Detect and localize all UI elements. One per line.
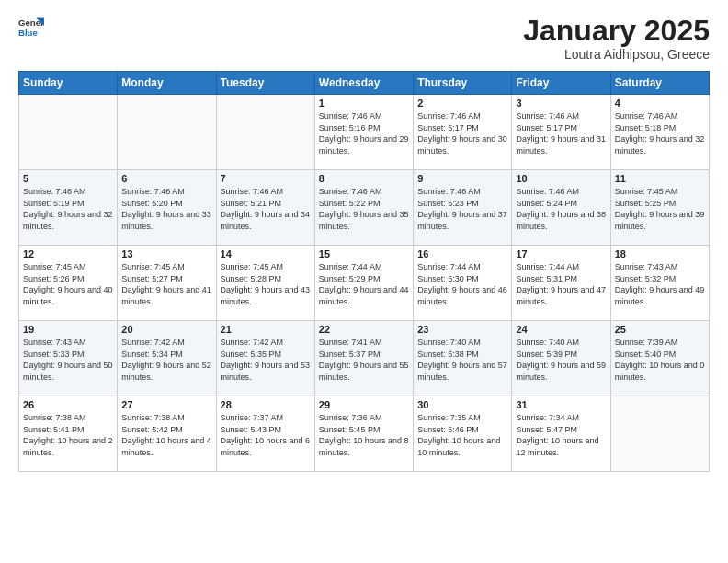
logo-icon: General Blue xyxy=(18,15,44,40)
day-info: Sunrise: 7:43 AM Sunset: 5:33 PM Dayligh… xyxy=(23,337,113,383)
day-number: 5 xyxy=(23,173,113,184)
day-info: Sunrise: 7:45 AM Sunset: 5:27 PM Dayligh… xyxy=(121,261,211,307)
day-info: Sunrise: 7:45 AM Sunset: 5:26 PM Dayligh… xyxy=(23,261,113,307)
day-info: Sunrise: 7:42 AM Sunset: 5:35 PM Dayligh… xyxy=(221,337,311,383)
header-tuesday: Tuesday xyxy=(216,72,314,95)
week-row-5: 26Sunrise: 7:38 AM Sunset: 5:41 PM Dayli… xyxy=(19,396,710,472)
day-info: Sunrise: 7:38 AM Sunset: 5:41 PM Dayligh… xyxy=(23,412,113,458)
cell-0-5: 3Sunrise: 7:46 AM Sunset: 5:17 PM Daylig… xyxy=(512,95,610,170)
cell-3-3: 22Sunrise: 7:41 AM Sunset: 5:37 PM Dayli… xyxy=(314,321,413,396)
day-number: 26 xyxy=(23,399,113,410)
header-friday: Friday xyxy=(512,72,610,95)
day-number: 16 xyxy=(417,248,507,259)
day-number: 10 xyxy=(516,173,606,184)
header-thursday: Thursday xyxy=(414,72,512,95)
day-info: Sunrise: 7:39 AM Sunset: 5:40 PM Dayligh… xyxy=(615,337,705,383)
cell-3-6: 25Sunrise: 7:39 AM Sunset: 5:40 PM Dayli… xyxy=(610,321,709,396)
day-number: 17 xyxy=(516,248,606,259)
week-row-3: 12Sunrise: 7:45 AM Sunset: 5:26 PM Dayli… xyxy=(19,246,710,321)
day-info: Sunrise: 7:46 AM Sunset: 5:20 PM Dayligh… xyxy=(121,186,211,232)
cell-4-6 xyxy=(610,396,709,472)
day-info: Sunrise: 7:40 AM Sunset: 5:39 PM Dayligh… xyxy=(516,337,606,383)
day-info: Sunrise: 7:36 AM Sunset: 5:45 PM Dayligh… xyxy=(319,412,409,458)
cell-4-4: 30Sunrise: 7:35 AM Sunset: 5:46 PM Dayli… xyxy=(414,396,512,472)
header-sunday: Sunday xyxy=(19,72,118,95)
calendar-table: Sunday Monday Tuesday Wednesday Thursday… xyxy=(18,71,710,472)
day-number: 3 xyxy=(516,98,606,109)
day-number: 8 xyxy=(319,173,409,184)
cell-2-3: 15Sunrise: 7:44 AM Sunset: 5:29 PM Dayli… xyxy=(314,246,413,321)
cell-2-2: 14Sunrise: 7:45 AM Sunset: 5:28 PM Dayli… xyxy=(216,246,314,321)
logo: General Blue xyxy=(18,15,44,40)
day-info: Sunrise: 7:43 AM Sunset: 5:32 PM Dayligh… xyxy=(615,261,705,307)
cell-3-1: 20Sunrise: 7:42 AM Sunset: 5:34 PM Dayli… xyxy=(118,321,216,396)
day-number: 24 xyxy=(516,324,606,335)
cell-0-0 xyxy=(19,95,118,170)
day-number: 18 xyxy=(615,248,705,259)
cell-2-5: 17Sunrise: 7:44 AM Sunset: 5:31 PM Dayli… xyxy=(512,246,610,321)
day-info: Sunrise: 7:45 AM Sunset: 5:28 PM Dayligh… xyxy=(221,261,311,307)
cell-1-3: 8Sunrise: 7:46 AM Sunset: 5:22 PM Daylig… xyxy=(314,170,413,246)
day-number: 28 xyxy=(221,399,311,410)
cell-0-2 xyxy=(216,95,314,170)
cell-4-0: 26Sunrise: 7:38 AM Sunset: 5:41 PM Dayli… xyxy=(19,396,118,472)
week-row-4: 19Sunrise: 7:43 AM Sunset: 5:33 PM Dayli… xyxy=(19,321,710,396)
cell-3-0: 19Sunrise: 7:43 AM Sunset: 5:33 PM Dayli… xyxy=(19,321,118,396)
day-info: Sunrise: 7:45 AM Sunset: 5:25 PM Dayligh… xyxy=(615,186,705,232)
cell-0-4: 2Sunrise: 7:46 AM Sunset: 5:17 PM Daylig… xyxy=(414,95,512,170)
cell-4-5: 31Sunrise: 7:34 AM Sunset: 5:47 PM Dayli… xyxy=(512,396,610,472)
day-number: 2 xyxy=(417,98,507,109)
cell-1-0: 5Sunrise: 7:46 AM Sunset: 5:19 PM Daylig… xyxy=(19,170,118,246)
day-info: Sunrise: 7:35 AM Sunset: 5:46 PM Dayligh… xyxy=(417,412,507,458)
cell-3-5: 24Sunrise: 7:40 AM Sunset: 5:39 PM Dayli… xyxy=(512,321,610,396)
header-monday: Monday xyxy=(118,72,216,95)
cell-0-3: 1Sunrise: 7:46 AM Sunset: 5:16 PM Daylig… xyxy=(314,95,413,170)
calendar-title: January 2025 xyxy=(523,15,710,47)
week-row-1: 1Sunrise: 7:46 AM Sunset: 5:16 PM Daylig… xyxy=(19,95,710,170)
cell-3-4: 23Sunrise: 7:40 AM Sunset: 5:38 PM Dayli… xyxy=(414,321,512,396)
cell-4-2: 28Sunrise: 7:37 AM Sunset: 5:43 PM Dayli… xyxy=(216,396,314,472)
cell-2-0: 12Sunrise: 7:45 AM Sunset: 5:26 PM Dayli… xyxy=(19,246,118,321)
day-info: Sunrise: 7:42 AM Sunset: 5:34 PM Dayligh… xyxy=(121,337,211,383)
day-info: Sunrise: 7:46 AM Sunset: 5:16 PM Dayligh… xyxy=(319,110,409,156)
day-info: Sunrise: 7:44 AM Sunset: 5:31 PM Dayligh… xyxy=(516,261,606,307)
day-number: 21 xyxy=(221,324,311,335)
title-block: January 2025 Loutra Aidhipsou, Greece xyxy=(523,15,710,62)
calendar-page: General Blue January 2025 Loutra Aidhips… xyxy=(0,0,728,563)
day-number: 20 xyxy=(121,324,211,335)
day-number: 15 xyxy=(319,248,409,259)
day-info: Sunrise: 7:40 AM Sunset: 5:38 PM Dayligh… xyxy=(417,337,507,383)
cell-1-4: 9Sunrise: 7:46 AM Sunset: 5:23 PM Daylig… xyxy=(414,170,512,246)
day-info: Sunrise: 7:41 AM Sunset: 5:37 PM Dayligh… xyxy=(319,337,409,383)
day-number: 29 xyxy=(319,399,409,410)
day-number: 23 xyxy=(417,324,507,335)
weekday-header-row: Sunday Monday Tuesday Wednesday Thursday… xyxy=(19,72,710,95)
day-number: 7 xyxy=(221,173,311,184)
cell-1-6: 11Sunrise: 7:45 AM Sunset: 5:25 PM Dayli… xyxy=(610,170,709,246)
cell-2-1: 13Sunrise: 7:45 AM Sunset: 5:27 PM Dayli… xyxy=(118,246,216,321)
svg-text:Blue: Blue xyxy=(18,28,38,38)
day-info: Sunrise: 7:46 AM Sunset: 5:23 PM Dayligh… xyxy=(417,186,507,232)
day-number: 27 xyxy=(121,399,211,410)
day-info: Sunrise: 7:46 AM Sunset: 5:17 PM Dayligh… xyxy=(417,110,507,156)
cell-3-2: 21Sunrise: 7:42 AM Sunset: 5:35 PM Dayli… xyxy=(216,321,314,396)
day-number: 12 xyxy=(23,248,113,259)
day-info: Sunrise: 7:46 AM Sunset: 5:22 PM Dayligh… xyxy=(319,186,409,232)
calendar-subtitle: Loutra Aidhipsou, Greece xyxy=(523,47,710,62)
cell-4-3: 29Sunrise: 7:36 AM Sunset: 5:45 PM Dayli… xyxy=(314,396,413,472)
day-info: Sunrise: 7:46 AM Sunset: 5:21 PM Dayligh… xyxy=(221,186,311,232)
day-number: 30 xyxy=(417,399,507,410)
day-number: 22 xyxy=(319,324,409,335)
day-number: 14 xyxy=(221,248,311,259)
day-number: 19 xyxy=(23,324,113,335)
day-number: 1 xyxy=(319,98,409,109)
cell-0-6: 4Sunrise: 7:46 AM Sunset: 5:18 PM Daylig… xyxy=(610,95,709,170)
week-row-2: 5Sunrise: 7:46 AM Sunset: 5:19 PM Daylig… xyxy=(19,170,710,246)
day-info: Sunrise: 7:46 AM Sunset: 5:17 PM Dayligh… xyxy=(516,110,606,156)
day-number: 11 xyxy=(615,173,705,184)
day-number: 31 xyxy=(516,399,606,410)
day-number: 4 xyxy=(615,98,705,109)
day-info: Sunrise: 7:46 AM Sunset: 5:24 PM Dayligh… xyxy=(516,186,606,232)
cell-0-1 xyxy=(118,95,216,170)
cell-4-1: 27Sunrise: 7:38 AM Sunset: 5:42 PM Dayli… xyxy=(118,396,216,472)
